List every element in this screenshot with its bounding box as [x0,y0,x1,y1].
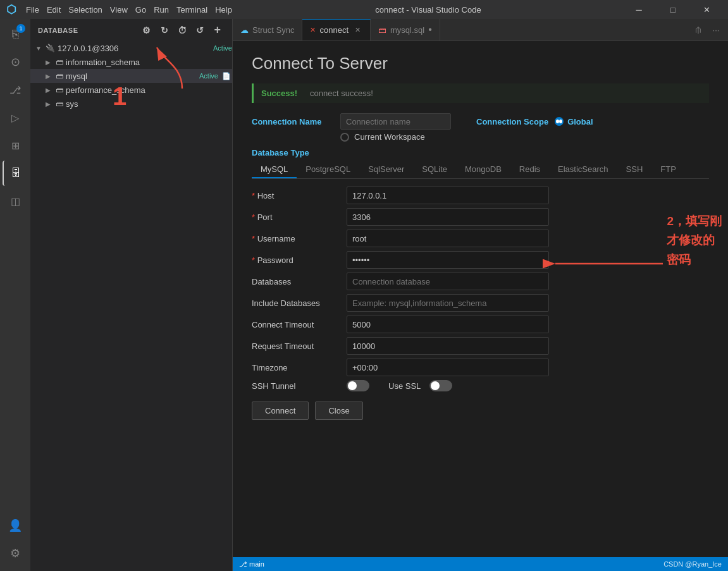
radio-global-btn[interactable] [555,117,564,126]
activity-settings[interactable]: ⚙ [3,541,28,566]
activity-explorer[interactable]: ⎘ 1 [3,21,28,47]
db-tab-redis[interactable]: Redis [510,161,549,178]
git-branch-indicator: ⎇ main [239,560,264,568]
tree-label-perf: performance_schema [66,85,232,95]
db-tab-elasticsearch[interactable]: ElasticSearch [549,161,617,178]
database-icon: 🗄 [11,168,21,179]
connection-name-input[interactable] [340,113,451,130]
request-timeout-input[interactable] [347,337,549,355]
databases-row: Databases [252,273,709,290]
request-timeout-row: Request Timeout [252,337,709,355]
db-tab-postgresql[interactable]: PostgreSQL [297,161,359,178]
timezone-input[interactable] [347,359,549,376]
databases-input[interactable] [347,273,549,290]
panel-title: Connect To Server [252,54,709,73]
ssh-tunnel-label: SSH Tunnel [252,381,347,391]
new-file-button[interactable]: 📄 [221,70,232,82]
db-tab-ssh[interactable]: SSH [617,161,652,178]
git-icon: ⎇ [9,84,21,96]
sidebar-refresh-button[interactable]: ↻ [157,23,171,37]
menu-go[interactable]: Go [135,5,146,15]
radio-global[interactable]: Global [555,117,593,126]
bottom-bar-left: ⎇ main [239,560,264,568]
current-workspace-row: Current Workspace [252,132,709,142]
username-row: Username [252,230,709,247]
timezone-row: Timezone [252,359,709,376]
action-buttons: Connect Close [252,402,709,420]
host-input[interactable] [347,187,549,204]
run-debug-icon: ▷ [11,112,19,124]
password-input[interactable] [347,251,549,269]
struct-sync-icon: ☁ [240,25,249,35]
databases-label: Databases [252,277,347,286]
bottom-bar: ⎇ main CSDN @Ryan_Ice [233,557,728,571]
menu-view[interactable]: View [110,5,128,15]
activity-extensions[interactable]: ⊞ [3,133,28,158]
success-bar: Success! connect success! [252,83,709,103]
username-label: Username [252,234,347,243]
db-tab-mysql[interactable]: MySQL [252,161,297,178]
menu-edit[interactable]: Edit [47,5,61,15]
tree-arrow-info: ▶ [46,59,53,66]
minimize-button[interactable]: ─ [624,0,653,19]
more-actions-button[interactable]: ··· [709,23,723,37]
activity-layers[interactable]: ◫ [3,188,28,214]
username-input[interactable] [347,230,549,247]
tab-mysql-sql-label: mysql.sql [390,25,424,35]
activity-run[interactable]: ▷ [3,105,28,130]
db-tab-sqlite[interactable]: SQLite [413,161,456,178]
tree-arrow-root: ▼ [35,45,43,52]
close-panel-button[interactable]: Close [315,402,362,420]
close-button[interactable]: ✕ [693,0,722,19]
tab-struct-sync[interactable]: ☁ Struct Sync [233,19,302,40]
tab-connect-icon: ✕ [310,26,316,34]
notification-badge: 1 [16,24,25,33]
connect-button[interactable]: Connect [252,402,309,420]
connect-panel: Connect To Server Success! connect succe… [233,41,728,557]
title-bar-left: ⬡ File Edit Selection View Go Run Termin… [6,3,232,16]
connection-name-label: Connection Name [252,117,340,126]
maximize-button[interactable]: □ [658,0,688,19]
sidebar-settings-button[interactable]: ⚙ [140,23,154,37]
mysql-sql-icon: 🗃 [378,25,386,35]
tree-item-mysql[interactable]: ▶ 🗃 mysql Active 📄 [30,69,232,83]
menu-run[interactable]: Run [154,5,169,15]
sidebar-reload-button[interactable]: ↺ [193,23,207,37]
activity-search[interactable]: ⊙ [3,49,28,75]
tab-mysql-sql[interactable]: 🗃 mysql.sql • [371,19,440,40]
database-icon-perf: 🗃 [56,85,63,94]
tree-label-sys: sys [66,99,232,109]
menu-help[interactable]: Help [215,5,232,15]
tree-item-information-schema[interactable]: ▶ 🗃 information_schema [30,55,232,69]
db-tab-sqlserver[interactable]: SqlServer [359,161,413,178]
menu-selection[interactable]: Selection [68,5,102,15]
tree-item-sys[interactable]: ▶ 🗃 sys [30,97,232,111]
include-databases-input[interactable] [347,294,549,312]
radio-workspace-btn[interactable] [340,133,349,142]
settings-gear-icon: ⚙ [10,546,20,560]
menu-file[interactable]: File [26,5,39,15]
split-editor-button[interactable]: ⫛ [691,23,705,37]
database-icon-info: 🗃 [56,58,63,66]
radio-global-label: Global [567,117,593,126]
tab-connect[interactable]: ✕ connect ✕ [302,19,371,40]
sidebar-add-button[interactable]: + [211,23,225,37]
use-ssl-toggle[interactable] [429,380,452,391]
db-tab-ftp[interactable]: FTP [651,161,685,178]
connection-name-row: Connection Name Connection Scope Global [252,113,709,130]
tree-item-performance-schema[interactable]: ▶ 🗃 performance_schema [30,83,232,97]
db-type-tabs: MySQL PostgreSQL SqlServer SQLite MongoD… [252,161,709,179]
sidebar-history-button[interactable]: ⏱ [175,23,189,37]
activity-database[interactable]: 🗄 [3,161,28,186]
activity-git[interactable]: ⎇ [3,77,28,102]
activity-account[interactable]: 👤 [3,513,28,538]
port-input[interactable] [347,208,549,226]
menu-terminal[interactable]: Terminal [176,5,207,15]
ssh-tunnel-toggle[interactable] [347,380,369,391]
tree-root[interactable]: ▼ 🔌 127.0.0.1@3306 Active [30,41,232,55]
tab-mysql-dot: • [428,24,432,35]
connect-timeout-input[interactable] [347,316,549,333]
tab-connect-close[interactable]: ✕ [352,25,362,35]
title-bar: ⬡ File Edit Selection View Go Run Termin… [0,0,728,19]
db-tab-mongodb[interactable]: MongoDB [456,161,510,178]
